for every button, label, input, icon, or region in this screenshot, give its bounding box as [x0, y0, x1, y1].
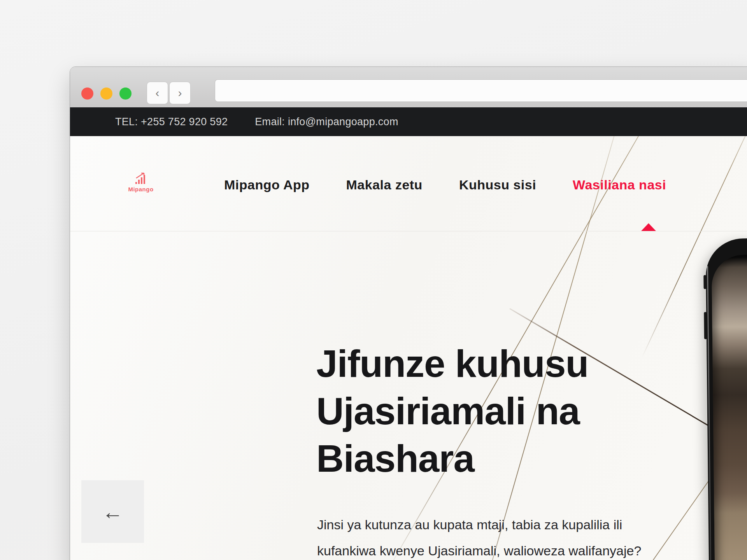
- window-close-button[interactable]: [81, 88, 93, 100]
- phone-side-button: [703, 275, 706, 289]
- back-chevron-icon: ‹: [156, 86, 160, 99]
- active-nav-indicator-triangle: [641, 223, 656, 231]
- carousel-prev-button[interactable]: ←: [81, 480, 144, 543]
- phone-edge-highlight: [707, 266, 712, 560]
- url-input[interactable]: [215, 79, 747, 102]
- logo-bars-icon: [132, 173, 149, 185]
- nav-item-wasiliana-nasi[interactable]: Wasiliana nasi: [573, 177, 666, 192]
- screenshot-root: ‹ › TEL: +255 752 920 592 Email: info@mi…: [0, 0, 747, 560]
- contact-tel: TEL: +255 752 920 592: [115, 116, 228, 128]
- window-zoom-button[interactable]: [119, 88, 132, 100]
- browser-chrome: ‹ ›: [70, 67, 747, 108]
- browser-window: ‹ › TEL: +255 752 920 592 Email: info@mi…: [70, 67, 747, 560]
- phone-screen-photo: [712, 254, 747, 560]
- browser-back-button[interactable]: ‹: [147, 82, 168, 104]
- phone-mockup: [705, 237, 747, 560]
- nav-item-kuhusu-sisi[interactable]: Kuhusu sisi: [459, 177, 536, 192]
- webpage-content: Mipango Mipango App Makala zetu Kuhusu s…: [70, 136, 747, 560]
- phone-side-button: [704, 312, 707, 339]
- forward-chevron-icon: ›: [178, 86, 182, 99]
- header-divider: [70, 231, 747, 231]
- main-navigation: Mipango App Makala zetu Kuhusu sisi Wasi…: [224, 177, 666, 192]
- left-arrow-icon: ←: [102, 500, 123, 524]
- logo-wordmark: Mipango: [121, 186, 160, 192]
- site-logo[interactable]: Mipango: [121, 173, 160, 192]
- hero-heading: Jifunze kuhusu Ujasiriamali na Biashara: [316, 340, 588, 482]
- hero-body-text: Jinsi ya kutunza au kupata mtaji, tabia …: [317, 512, 641, 560]
- contact-bar: TEL: +255 752 920 592 Email: info@mipang…: [70, 107, 747, 136]
- window-minimize-button[interactable]: [100, 88, 112, 100]
- nav-item-mipango-app[interactable]: Mipango App: [224, 177, 310, 192]
- contact-email: Email: info@mipangoapp.com: [255, 116, 398, 128]
- nav-item-makala-zetu[interactable]: Makala zetu: [346, 177, 423, 192]
- browser-forward-button[interactable]: ›: [169, 82, 191, 104]
